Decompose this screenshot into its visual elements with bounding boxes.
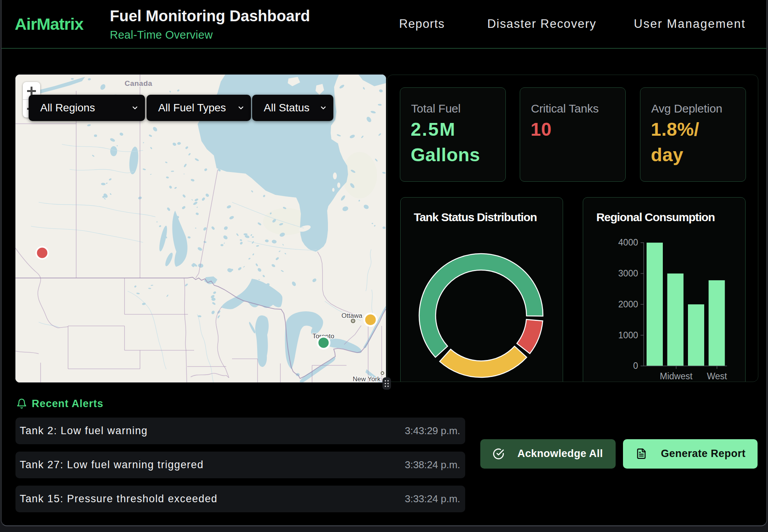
svg-text:2000: 2000 <box>618 299 638 309</box>
svg-text:1000: 1000 <box>618 330 638 340</box>
svg-text:West: West <box>707 371 727 381</box>
svg-text:Midwest: Midwest <box>660 371 693 381</box>
svg-text:Ottawa: Ottawa <box>341 312 362 319</box>
svg-text:4000: 4000 <box>618 237 638 247</box>
svg-text:Canada: Canada <box>125 79 152 87</box>
svg-text:0: 0 <box>633 361 638 371</box>
svg-text:3000: 3000 <box>618 268 638 278</box>
svg-text:New York: New York <box>353 375 381 383</box>
